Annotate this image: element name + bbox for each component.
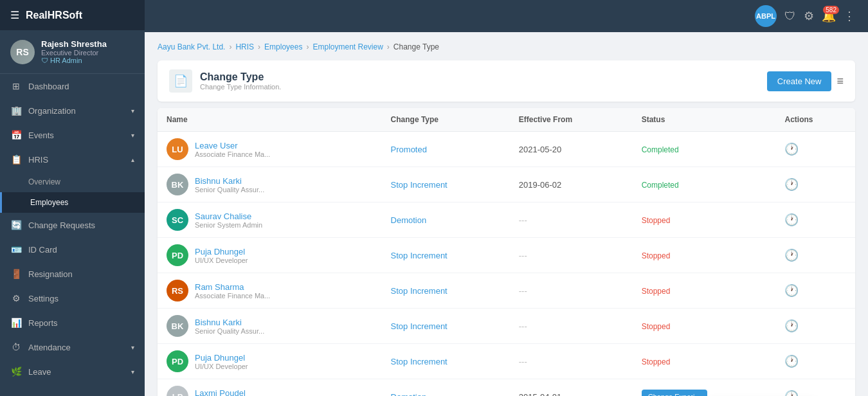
change-type-link[interactable]: Promoted (391, 145, 427, 154)
employee-name[interactable]: Laxmi Poudel (195, 388, 260, 397)
employee-name[interactable]: Saurav Chalise (195, 212, 262, 221)
sidebar-item-reports[interactable]: 📊 Reports (0, 310, 145, 335)
create-new-button[interactable]: Create New (767, 71, 832, 91)
sidebar-item-label: Leave (28, 367, 125, 377)
employee-name[interactable]: Leave User (195, 141, 270, 150)
hamburger-icon[interactable]: ☰ (10, 9, 19, 21)
breadcrumb-employees[interactable]: Employees (264, 42, 302, 51)
effective-date: 2021-05-20 (519, 145, 562, 154)
sidebar-item-change-requests[interactable]: 🔄 Change Requests (0, 213, 145, 237)
sidebar-item-attendance[interactable]: ⏱ Attendance ▾ (0, 335, 145, 359)
notification-icon[interactable]: 🔔 582 (822, 9, 836, 23)
history-icon[interactable]: 🕐 (784, 390, 799, 396)
chevron-down-icon: ▾ (131, 107, 134, 114)
actions-cell: 🕐 (775, 238, 855, 273)
col-status: Status (633, 108, 776, 132)
breadcrumb-employment-review[interactable]: Employment Review (312, 42, 383, 51)
settings-icon[interactable]: ⚙ (804, 9, 814, 23)
user-title: Executive Director (41, 49, 134, 57)
effective-from-cell: --- (510, 309, 633, 344)
employee-name[interactable]: Puja Dhungel (195, 353, 248, 363)
id-card-icon: 🪪 (10, 244, 22, 255)
sidebar-item-leave[interactable]: 🌿 Leave ▾ (0, 359, 145, 384)
col-effective-from: Effective From (510, 108, 633, 132)
chevron-down-icon: ▾ (131, 132, 134, 139)
employee-info: Leave User Associate Finance Ma... (195, 141, 270, 158)
change-type-link[interactable]: Stop Increment (391, 357, 448, 366)
sidebar-item-id-card[interactable]: 🪪 ID Card (0, 237, 145, 262)
actions-cell: 🕐 (775, 273, 855, 309)
change-type-link[interactable]: Stop Increment (391, 251, 448, 260)
change-type-link[interactable]: Stop Increment (391, 180, 448, 190)
change-type-link[interactable]: Stop Increment (391, 286, 448, 296)
breadcrumb-sep: › (258, 42, 260, 51)
col-name: Name (158, 108, 382, 132)
filter-icon[interactable]: ≡ (836, 75, 844, 88)
history-icon[interactable]: 🕐 (784, 213, 799, 226)
history-icon[interactable]: 🕐 (784, 249, 799, 262)
sidebar-item-label: Overview (28, 177, 60, 186)
resignation-icon: 🚪 (10, 269, 22, 279)
change-type-link[interactable]: Demotion (391, 392, 427, 397)
employee-name[interactable]: Bishnu Karki (195, 176, 264, 186)
status-cell: Stopped (633, 203, 776, 238)
status-cell: Completed (633, 132, 776, 167)
actions-cell: 🕐 (775, 309, 855, 344)
change-type-cell: Demotion (382, 203, 510, 238)
employee-cell: SC Saurav Chalise Senior System Admin (158, 203, 382, 238)
table-row: RS Ram Sharma Associate Finance Ma... St… (158, 273, 855, 309)
status-cell: Stopped (633, 273, 776, 309)
sidebar-item-employees[interactable]: Employees (0, 192, 145, 213)
employee-info: Bishnu Karki Senior Quality Assur... (195, 318, 264, 335)
effective-date-empty: --- (519, 357, 527, 366)
sidebar-item-dashboard[interactable]: ⊞ Dashboard (0, 74, 145, 98)
sidebar-item-settings[interactable]: ⚙ Settings (0, 286, 145, 310)
effective-from-cell: 2019-06-02 (510, 167, 633, 203)
employee-info: Saurav Chalise Senior System Admin (195, 212, 262, 229)
breadcrumb: Aayu Bank Pvt. Ltd. › HRIS › Employees ›… (158, 42, 855, 51)
employee-name[interactable]: Bishnu Karki (195, 318, 264, 327)
shield-icon[interactable]: 🛡 (784, 10, 796, 23)
status-cell: Completed (633, 167, 776, 203)
effective-from-cell: --- (510, 344, 633, 379)
table-row: BK Bishnu Karki Senior Quality Assur... … (158, 167, 855, 203)
page-header: 📄 Change Type Change Type Information. C… (158, 60, 855, 102)
history-icon[interactable]: 🕐 (784, 284, 799, 297)
employee-info: Bishnu Karki Senior Quality Assur... (195, 176, 264, 194)
employee-name[interactable]: Puja Dhungel (195, 247, 248, 256)
status-badge: Stopped (642, 287, 671, 296)
breadcrumb-company[interactable]: Aayu Bank Pvt. Ltd. (158, 42, 225, 51)
history-icon[interactable]: 🕐 (784, 178, 799, 191)
effective-date-empty: --- (519, 215, 527, 225)
actions-cell: 🕐 (775, 167, 855, 203)
sidebar-item-hris[interactable]: 📋 HRIS ▴ (0, 147, 145, 172)
sidebar-item-organization[interactable]: 🏢 Organization ▾ (0, 98, 145, 123)
sidebar-item-overview[interactable]: Overview (0, 172, 145, 192)
chevron-down-icon: ▾ (131, 344, 134, 351)
avatar: BK (167, 315, 188, 337)
effective-date: 2019-06-02 (519, 180, 562, 190)
change-type-link[interactable]: Demotion (391, 215, 427, 225)
sidebar-item-resignation[interactable]: 🚪 Resignation (0, 262, 145, 286)
employee-name[interactable]: Ram Sharma (195, 282, 270, 292)
sidebar-item-events[interactable]: 📅 Events ▾ (0, 123, 145, 147)
history-icon[interactable]: 🕐 (784, 143, 799, 156)
sidebar-item-label: Employees (30, 198, 68, 207)
more-options-icon[interactable]: ⋮ (844, 9, 855, 23)
col-actions: Actions (775, 108, 855, 132)
breadcrumb-hris[interactable]: HRIS (235, 42, 254, 51)
breadcrumb-sep: › (229, 42, 231, 51)
avatar: RS (167, 280, 188, 302)
chevron-up-icon: ▴ (131, 156, 134, 163)
employee-role: Senior Quality Assur... (195, 327, 264, 335)
dropdown-trigger-icon[interactable]: 🕐 (784, 355, 799, 368)
effective-from-cell: --- (510, 273, 633, 309)
change-experience-button[interactable]: Change Experi... (642, 390, 707, 396)
table-row: SC Saurav Chalise Senior System Admin De… (158, 203, 855, 238)
sidebar-item-label: Settings (28, 294, 134, 303)
change-type-link[interactable]: Stop Increment (391, 321, 448, 331)
avatar: RS (10, 40, 35, 64)
page-title-group: Change Type Change Type Information. (200, 71, 281, 91)
history-icon[interactable]: 🕐 (784, 320, 799, 332)
actions-cell: 🕐 (775, 344, 855, 379)
